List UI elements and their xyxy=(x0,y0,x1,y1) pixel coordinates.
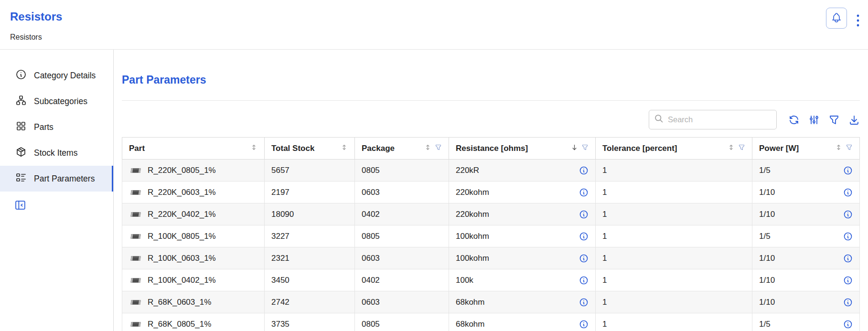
cell-power: 1/10 xyxy=(752,247,860,269)
download-icon xyxy=(848,120,860,127)
cell-tolerance: 1 xyxy=(596,225,752,247)
filter-icon xyxy=(828,120,840,127)
box-icon xyxy=(15,146,27,160)
column-header-part[interactable]: Part xyxy=(122,138,265,160)
cell-total-stock: 3735 xyxy=(265,313,355,331)
table-row[interactable]: R_68K_0805_1%3735080568kohm11/5 xyxy=(122,313,860,331)
notifications-button[interactable] xyxy=(826,8,847,29)
cell-resistance: 68kohm xyxy=(449,291,596,313)
sidebar-collapse-icon xyxy=(14,205,26,213)
info-icon[interactable] xyxy=(579,232,589,241)
filter-button[interactable] xyxy=(828,114,840,126)
sidebar-item-parts[interactable]: Parts xyxy=(0,114,113,140)
table-header-row: Part Total Stock xyxy=(122,138,860,160)
column-filter-icon[interactable] xyxy=(581,144,589,153)
info-icon[interactable] xyxy=(579,320,589,329)
table-body: R_220K_0805_1%56570805220kR11/5R_220K_06… xyxy=(122,160,860,331)
part-name: R_220K_0805_1% xyxy=(148,166,216,175)
table-row[interactable]: R_100K_0402_1%34500402100k11/10 xyxy=(122,269,860,291)
adjustments-button[interactable] xyxy=(808,114,820,126)
column-header-package[interactable]: Package xyxy=(355,138,449,160)
cell-total-stock: 18090 xyxy=(265,203,355,225)
content: Category Details Subcategories xyxy=(0,50,868,331)
cell-package: 0805 xyxy=(355,160,449,182)
sort-icon[interactable] xyxy=(835,144,842,153)
table-row[interactable]: R_100K_0603_1%23210603100kohm11/10 xyxy=(122,247,860,269)
page-title: Resistors xyxy=(10,10,62,23)
sidebar-collapse-button[interactable] xyxy=(14,199,26,213)
kebab-menu-button[interactable] xyxy=(852,12,864,33)
info-icon[interactable] xyxy=(579,276,589,285)
part-thumbnail-icon xyxy=(129,320,142,329)
download-button[interactable] xyxy=(848,114,860,126)
cell-part: R_220K_0603_1% xyxy=(122,182,265,203)
sidebar-item-part-parameters[interactable]: Part Parameters xyxy=(0,166,113,192)
cell-total-stock: 5657 xyxy=(265,160,355,182)
search-input[interactable] xyxy=(668,115,773,124)
cell-resistance: 100kohm xyxy=(449,225,596,247)
grid-icon xyxy=(15,120,27,134)
sort-icon[interactable] xyxy=(424,144,431,153)
sidebar-item-label: Category Details xyxy=(34,71,96,81)
info-icon[interactable] xyxy=(843,232,853,241)
column-header-total-stock[interactable]: Total Stock xyxy=(265,138,355,160)
cell-resistance: 100k xyxy=(449,269,596,291)
divider xyxy=(122,100,860,101)
breadcrumb[interactable]: Resistors xyxy=(10,33,42,42)
column-filter-icon[interactable] xyxy=(738,144,745,153)
sitemap-icon xyxy=(15,95,27,108)
cell-total-stock: 2321 xyxy=(265,247,355,269)
cell-package: 0402 xyxy=(355,203,449,225)
cell-resistance: 220kohm xyxy=(449,203,596,225)
page: Resistors Resistors xyxy=(0,0,868,331)
part-name: R_68K_0805_1% xyxy=(148,320,211,329)
info-icon[interactable] xyxy=(579,166,589,175)
info-icon[interactable] xyxy=(843,166,853,175)
sidebar-item-category-details[interactable]: Category Details xyxy=(0,63,113,88)
cell-part: R_100K_0805_1% xyxy=(122,225,265,247)
cell-resistance: 68kohm xyxy=(449,313,596,331)
sort-icon[interactable] xyxy=(341,144,348,153)
info-icon[interactable] xyxy=(579,254,589,263)
refresh-button[interactable] xyxy=(788,114,800,126)
table-row[interactable]: R_220K_0402_1%180900402220kohm11/10 xyxy=(122,203,860,225)
cell-tolerance: 1 xyxy=(596,269,752,291)
sidebar: Category Details Subcategories xyxy=(0,50,114,331)
info-icon[interactable] xyxy=(579,210,589,219)
cell-total-stock: 2742 xyxy=(265,291,355,313)
column-filter-icon[interactable] xyxy=(846,144,853,153)
cell-power: 1/10 xyxy=(752,291,860,313)
search-icon xyxy=(654,114,664,126)
info-icon[interactable] xyxy=(579,298,589,307)
info-icon[interactable] xyxy=(843,254,853,263)
column-header-power[interactable]: Power [W] xyxy=(752,138,860,160)
sidebar-item-label: Stock Items xyxy=(34,148,77,158)
info-icon[interactable] xyxy=(843,210,853,219)
info-icon[interactable] xyxy=(843,276,853,285)
info-icon[interactable] xyxy=(843,188,853,197)
column-filter-icon[interactable] xyxy=(435,144,442,153)
table-row[interactable]: R_100K_0805_1%32270805100kohm11/5 xyxy=(122,225,860,247)
part-name: R_220K_0603_1% xyxy=(148,188,216,197)
toolbar xyxy=(122,110,860,129)
sort-icon[interactable] xyxy=(728,144,735,153)
cell-resistance: 220kohm xyxy=(449,182,596,203)
sort-icon[interactable] xyxy=(250,144,257,153)
cell-package: 0805 xyxy=(355,225,449,247)
table-row[interactable]: R_68K_0603_1%2742060368kohm11/10 xyxy=(122,291,860,313)
cell-part: R_68K_0603_1% xyxy=(122,291,265,313)
info-icon[interactable] xyxy=(579,188,589,197)
column-header-resistance[interactable]: Resistance [ohms] xyxy=(449,138,596,160)
table-row[interactable]: R_220K_0805_1%56570805220kR11/5 xyxy=(122,160,860,182)
kebab-icon xyxy=(852,12,864,31)
column-header-tolerance[interactable]: Tolerance [percent] xyxy=(596,138,752,160)
part-thumbnail-icon xyxy=(129,298,142,307)
cell-tolerance: 1 xyxy=(596,160,752,182)
info-icon[interactable] xyxy=(843,320,853,329)
info-icon[interactable] xyxy=(843,298,853,307)
sidebar-item-subcategories[interactable]: Subcategories xyxy=(0,88,113,114)
sidebar-item-stock-items[interactable]: Stock Items xyxy=(0,140,113,166)
parameters-table: Part Total Stock xyxy=(122,137,860,331)
sort-desc-icon[interactable] xyxy=(571,144,578,153)
table-row[interactable]: R_220K_0603_1%21970603220kohm11/10 xyxy=(122,182,860,203)
